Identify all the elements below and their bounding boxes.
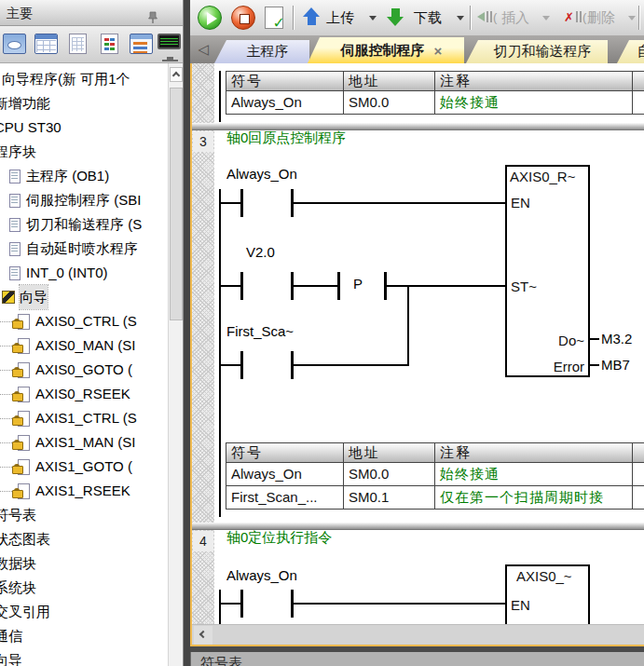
symbol-table-network3: 符号 地址 注释 Always_On SM0.0 始终接通 First_Scan… xyxy=(226,442,644,510)
insert-dropdown-caret[interactable] xyxy=(542,16,550,20)
tree-item-axis0-ctrl[interactable]: AXIS0_CTRL (S xyxy=(0,309,168,333)
tree-item-system-block[interactable]: 系统块 xyxy=(0,576,168,600)
tree-item-int0[interactable]: INT_0 (INT0) xyxy=(0,261,168,285)
tree-item-new-features[interactable]: 新增功能 xyxy=(0,91,168,116)
locked-subroutine-icon xyxy=(12,387,31,401)
editor-area: 上传 下载 ( 插入 ✗( 删除 ◁ 主程序 伺服控制程序× 切刀和输送程序 自 xyxy=(190,0,644,666)
delete-icon: ✗( xyxy=(563,9,586,24)
run-button[interactable] xyxy=(198,6,222,30)
contact-p-edge[interactable] xyxy=(384,272,387,300)
contact-first-scan[interactable] xyxy=(240,351,243,379)
panel-splitter[interactable] xyxy=(183,0,190,666)
tree-item-cpu[interactable]: CPU ST30 xyxy=(0,116,168,140)
comment-cell: 始终接通 xyxy=(435,91,633,115)
wire xyxy=(219,202,240,204)
operand-m3-2[interactable]: M3.2 xyxy=(601,331,632,347)
scroll-up-button[interactable] xyxy=(170,67,183,82)
column-header: 注释 xyxy=(435,443,633,463)
tree-item-wizard-bottom[interactable]: 向导 xyxy=(0,648,168,666)
tree-item-communication[interactable]: 通信 xyxy=(0,624,168,648)
stop-button[interactable] xyxy=(231,6,255,30)
ladder-editor[interactable]: 符号 地址 注释 Always_On SM0.0 始终接通 3 轴0回原点控制程… xyxy=(190,63,644,646)
contact-label-first-scan: First_Sca~ xyxy=(226,323,294,339)
tree-item-status-chart[interactable]: 状态图表 xyxy=(0,527,168,551)
tree-item-servo-program[interactable]: 伺服控制程序 (SBI xyxy=(0,188,168,212)
tab-main-program[interactable]: 主程序 xyxy=(214,40,309,63)
delete-button[interactable]: 删除 xyxy=(587,9,615,27)
contact-always-on[interactable] xyxy=(240,590,243,618)
scroll-left-button[interactable] xyxy=(194,626,212,645)
document-grid-icon[interactable] xyxy=(66,34,91,57)
contact-always-on[interactable] xyxy=(291,590,294,618)
contact-label-always-on: Always_On xyxy=(226,166,297,182)
address-cell: SM0.0 xyxy=(344,463,435,486)
compile-button[interactable] xyxy=(265,7,283,29)
tree-item-wizard-programs[interactable]: 向导程序(新 可用1个 xyxy=(2,67,168,91)
function-block-axis0-rseek[interactable]: AXIS0_R~ EN ST~ Do~ Error xyxy=(505,165,590,377)
power-rail xyxy=(219,189,221,517)
upload-dropdown-caret[interactable] xyxy=(369,16,377,20)
delete-dropdown-caret[interactable] xyxy=(628,16,636,20)
tree-item-wizard[interactable]: 向导 xyxy=(0,285,168,309)
monitor-icon[interactable] xyxy=(158,34,183,57)
column-header xyxy=(633,72,644,91)
network-number: 3 xyxy=(193,131,213,152)
block-pin-done: Do~ xyxy=(558,333,584,348)
address-cell: SM0.0 xyxy=(344,91,435,115)
table-window-icon[interactable] xyxy=(34,34,60,57)
status-bars-icon[interactable] xyxy=(130,34,155,57)
tree-item-data-block[interactable]: 数据块 xyxy=(0,551,168,576)
locked-subroutine-icon xyxy=(12,459,31,474)
column-header: 地址 xyxy=(344,72,435,91)
project-tree-panel: 主要 向导程序(新 可用1个 新增功能 CPU ST30 程序块 主程序 (OB… xyxy=(0,0,183,666)
symbol-window-icon[interactable] xyxy=(3,34,28,57)
tree-item-cross-reference[interactable]: 交叉引用 xyxy=(0,600,168,624)
tree-item-axis1-man[interactable]: AXIS1_MAN (SI xyxy=(0,430,168,455)
insert-button[interactable]: 插入 xyxy=(501,9,529,27)
horizontal-scrollbar[interactable] xyxy=(192,624,644,645)
download-dropdown-caret[interactable] xyxy=(457,16,464,20)
column-header: 注释 xyxy=(435,72,633,91)
tree-item-axis1-rseek[interactable]: AXIS1_RSEEK xyxy=(0,479,168,503)
function-block-axis0[interactable]: AXIS0_~ EN xyxy=(505,564,590,624)
symbol-cell: Always_On xyxy=(226,463,344,486)
wire xyxy=(384,285,505,287)
comment-cell: 始终接通 xyxy=(435,463,633,486)
tree-item-symbol-table[interactable]: 符号表 xyxy=(0,503,168,527)
tab-spray-program[interactable]: 自 xyxy=(617,40,644,63)
pou-icon xyxy=(9,242,21,256)
contact-always-on[interactable] xyxy=(291,189,294,217)
wire xyxy=(291,202,505,204)
tree-scrollbar[interactable] xyxy=(168,63,183,666)
contact-v20[interactable] xyxy=(291,272,294,300)
operand-mb7[interactable]: MB7 xyxy=(601,357,630,373)
tree-item-axis0-goto[interactable]: AXIS0_GOTO ( xyxy=(0,358,168,382)
tree-connector xyxy=(0,346,12,347)
tree-item-axis1-ctrl[interactable]: AXIS1_CTRL (S xyxy=(0,406,168,430)
tab-cutter-program[interactable]: 切刀和输送程序 xyxy=(466,40,608,63)
block-title: AXIS0_R~ xyxy=(510,169,575,184)
contact-v20[interactable] xyxy=(240,272,243,300)
document-colored-grid-icon[interactable] xyxy=(98,34,123,57)
tree-connector xyxy=(0,491,12,492)
column-header: 地址 xyxy=(344,443,435,463)
upload-button[interactable]: 上传 xyxy=(326,9,354,27)
contact-always-on[interactable] xyxy=(240,189,243,217)
contact-p-edge[interactable] xyxy=(337,272,340,300)
tree-item-spray-program[interactable]: 自动延时喷水程序 xyxy=(0,237,168,261)
close-icon[interactable]: × xyxy=(434,43,443,59)
pin-icon[interactable] xyxy=(147,7,158,20)
scrollbar-thumb[interactable] xyxy=(170,88,183,320)
tab-servo-program[interactable]: 伺服控制程序× xyxy=(308,37,464,63)
tree-item-axis0-rseek[interactable]: AXIS0_RSEEK xyxy=(0,382,168,406)
upload-arrow-icon xyxy=(302,7,321,28)
tree-item-axis1-goto[interactable]: AXIS1_GOTO ( xyxy=(0,455,168,479)
contact-first-scan[interactable] xyxy=(291,351,294,379)
tree-item-cutter-program[interactable]: 切刀和输送程序 (S xyxy=(0,212,168,237)
tab-scroll-left-button[interactable]: ◁ xyxy=(195,40,212,59)
tree-item-main-ob1[interactable]: 主程序 (OB1) xyxy=(0,164,168,188)
tree-item-axis0-man[interactable]: AXIS0_MAN (SI xyxy=(0,333,168,358)
tree-item-program-block[interactable]: 程序块 xyxy=(0,140,168,164)
contact-label-v20: V2.0 xyxy=(246,244,275,260)
download-button[interactable]: 下载 xyxy=(414,9,442,27)
